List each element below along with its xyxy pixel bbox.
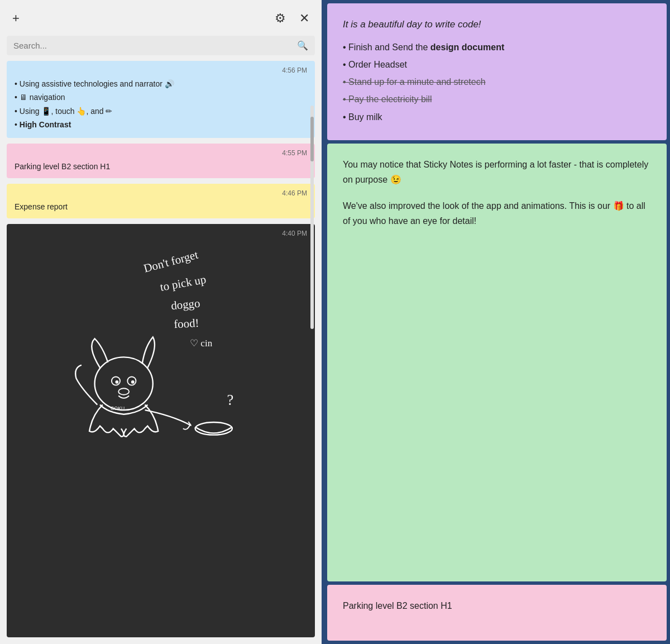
note-time-yellow: 4:46 PM	[15, 189, 307, 197]
sticky-note-purple[interactable]: It is a beautiful day to write code! Fin…	[327, 3, 667, 140]
list-item: High Contrast	[15, 118, 307, 131]
svg-text:GOKU: GOKU	[111, 406, 125, 412]
bold-text: High Contrast	[20, 120, 71, 129]
svg-text:?: ?	[227, 392, 233, 408]
list-item-strikethrough: Stand up for a minute and stretech	[343, 74, 651, 89]
toolbar-right: ⚙ ✕	[270, 9, 314, 28]
list-item: Using assistive technologies and narrato…	[15, 78, 307, 90]
note-card-pink[interactable]: 4:55 PM Parking level B2 section H1	[7, 144, 315, 178]
sticky-note-green[interactable]: You may notice that Sticky Notes is perf…	[327, 144, 667, 581]
svg-text:food!: food!	[174, 316, 199, 331]
toolbar: + ⚙ ✕	[7, 7, 315, 30]
note-time-blue: 4:56 PM	[15, 66, 307, 74]
note-time-dark: 4:40 PM	[15, 230, 307, 237]
sticky-note-light-pink[interactable]: Parking level B2 section H1	[327, 585, 667, 641]
svg-text:doggo: doggo	[170, 297, 200, 312]
note-time-pink: 4:55 PM	[15, 149, 307, 157]
note-card-dark[interactable]: 4:40 PM Don't forget to pick up doggo fo…	[7, 224, 315, 637]
svg-text:♡ cin: ♡ cin	[190, 338, 213, 349]
purple-note-list: Finish and Send the design document Orde…	[343, 40, 651, 125]
purple-note-header: It is a beautiful day to write code!	[343, 17, 651, 33]
note-content-yellow: Expense report	[15, 201, 307, 213]
light-pink-note-text: Parking level B2 section H1	[343, 598, 651, 613]
list-item: Finish and Send the design document	[343, 40, 651, 55]
list-item-strikethrough: Pay the electricity bill	[343, 92, 651, 107]
bold-text: design document	[430, 42, 504, 52]
svg-point-9	[131, 380, 135, 384]
search-button[interactable]: 🔍	[297, 40, 308, 51]
note-content-blue: Using assistive technologies and narrato…	[15, 78, 307, 131]
svg-text:Don't forget: Don't forget	[142, 248, 200, 275]
search-bar: 🔍	[7, 36, 315, 55]
right-panel: It is a beautiful day to write code! Fin…	[324, 0, 670, 644]
svg-point-5	[95, 357, 153, 411]
dog-svg: Don't forget to pick up doggo food! ♡ ci…	[38, 241, 284, 442]
list-item: Using 📱, touch 👆, and ✏	[15, 105, 307, 117]
green-note-para2: We've also improved the look of the app …	[343, 198, 651, 228]
svg-point-10	[118, 389, 129, 395]
search-input[interactable]	[13, 41, 293, 50]
note-content-pink: Parking level B2 section H1	[15, 160, 307, 173]
svg-point-8	[116, 380, 119, 384]
left-panel: + ⚙ ✕ 🔍 4:56 PM Using assistive technolo…	[0, 0, 324, 644]
green-note-para1: You may notice that Sticky Notes is perf…	[343, 157, 651, 187]
list-item: Order Headset	[343, 57, 651, 72]
scrollbar-thumb[interactable]	[310, 117, 314, 161]
settings-button[interactable]: ⚙	[270, 9, 290, 28]
svg-text:to pick up: to pick up	[159, 273, 207, 294]
add-note-button[interactable]: +	[8, 9, 24, 28]
close-button[interactable]: ✕	[295, 9, 314, 28]
list-item: 🖥 navigation	[15, 91, 307, 103]
scrollbar-track[interactable]	[310, 106, 314, 329]
note-card-yellow[interactable]: 4:46 PM Expense report	[7, 184, 315, 218]
dog-drawing: Don't forget to pick up doggo food! ♡ ci…	[15, 241, 307, 442]
notes-list: 4:56 PM Using assistive technologies and…	[7, 61, 315, 637]
list-item: Buy milk	[343, 109, 651, 125]
note-card-blue[interactable]: 4:56 PM Using assistive technologies and…	[7, 61, 315, 138]
